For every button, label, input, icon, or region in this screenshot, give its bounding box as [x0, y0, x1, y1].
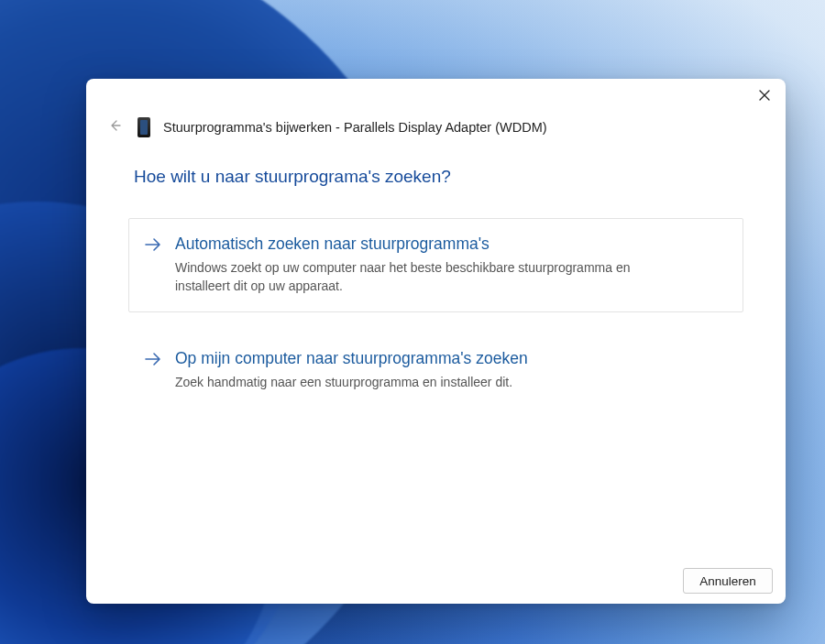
- display-adapter-icon: [138, 117, 150, 137]
- question-heading: Hoe wilt u naar stuurprograma's zoeken?: [128, 167, 743, 187]
- option-title: Op mijn computer naar stuurprogramma's z…: [175, 348, 726, 369]
- back-button[interactable]: [104, 117, 125, 137]
- header-row: Stuurprogramma's bijwerken - Parallels D…: [86, 114, 786, 150]
- arrow-right-icon: [144, 350, 164, 370]
- option-browse-computer[interactable]: Op mijn computer naar stuurprogramma's z…: [128, 333, 743, 409]
- close-button[interactable]: [751, 82, 778, 110]
- close-icon: [759, 88, 770, 104]
- update-driver-dialog: Stuurprogramma's bijwerken - Parallels D…: [86, 79, 786, 604]
- cancel-button[interactable]: Annuleren: [683, 568, 773, 594]
- dialog-content: Hoe wilt u naar stuurprograma's zoeken? …: [86, 150, 786, 558]
- dialog-title: Stuurprogramma's bijwerken - Parallels D…: [163, 120, 547, 135]
- arrow-right-icon: [144, 235, 164, 256]
- option-search-automatically[interactable]: Automatisch zoeken naar stuurprogramma's…: [128, 218, 743, 312]
- titlebar: [86, 79, 786, 114]
- option-description: Zoek handmatig naar een stuurprogramma e…: [175, 373, 688, 391]
- arrow-left-icon: [108, 119, 121, 136]
- cancel-button-label: Annuleren: [699, 574, 756, 588]
- dialog-footer: Annuleren: [86, 558, 786, 604]
- option-description: Windows zoekt op uw computer naar het be…: [175, 258, 688, 296]
- option-title: Automatisch zoeken naar stuurprogramma's: [175, 234, 726, 255]
